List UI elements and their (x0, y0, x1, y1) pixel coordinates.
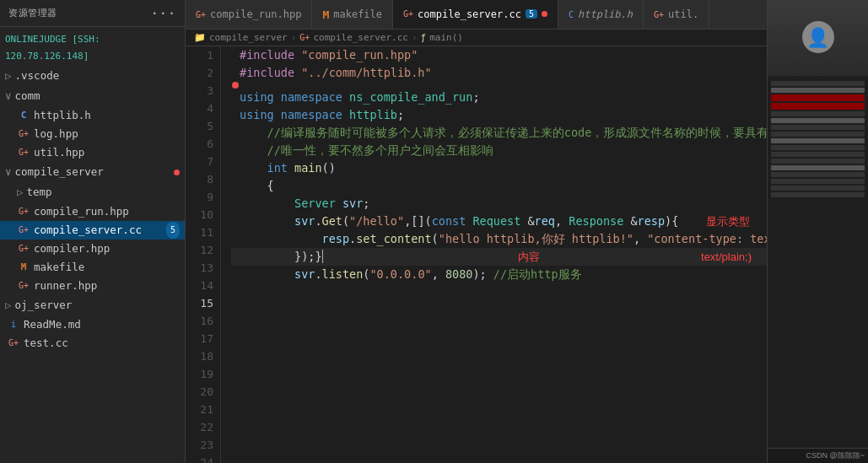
line-num-4: 4 (192, 100, 213, 117)
line-num-5: 5 (192, 117, 213, 135)
preview-line-5 (771, 111, 865, 116)
breadcrumb-sep-1: › (291, 32, 297, 43)
tab-util[interactable]: G+ util. (644, 0, 709, 29)
line-num-14: 14 (192, 277, 213, 294)
chevron-down-icon-2: ∨ (5, 164, 12, 180)
sidebar-remote-label[interactable]: ONLINEJUDGE [SSH: 120.78.126.148] (0, 30, 185, 66)
sidebar-item-test-cc[interactable]: G+ test.cc (0, 334, 185, 353)
cpp-file-icon-log: G+ (17, 126, 30, 143)
sidebar-item-temp[interactable]: ▷ temp (0, 182, 185, 202)
code-line-10: { (231, 177, 767, 195)
breakpoint-3 (232, 82, 239, 89)
code-line-7: //编译服务随时可能被多个人请求，必须保证传递上来的code，形成源文件名称的时… (231, 124, 767, 142)
code-editor[interactable]: #include "compile_run.hpp" #include "../… (221, 46, 767, 463)
line-num-18: 18 (192, 347, 213, 365)
sidebar-item-compile-server[interactable]: ∨ compile_server (0, 162, 185, 182)
preview-line-13 (771, 165, 865, 170)
editor-body[interactable]: 1 2 3 4 5 6 7 8 9 10 11 12 13 14 15 16 1… (186, 46, 767, 463)
preview-line-3 (771, 94, 865, 101)
sidebar-remote-text: ONLINEJUDGE [SSH: 120.78.126.148] (5, 31, 185, 65)
tab-icon-cs: G+ (403, 9, 413, 19)
sidebar-item-comm[interactable]: ∨ comm (0, 86, 185, 106)
sidebar-item-makefile[interactable]: M makefile (0, 258, 185, 277)
chevron-right-icon: ▷ (5, 67, 12, 84)
right-panel: 👤 CSDN @陈陈陈~ (767, 0, 868, 463)
c-file-icon: C (17, 107, 30, 124)
tab-label-util: util. (668, 8, 698, 20)
line-num-9: 9 (192, 188, 213, 206)
sidebar-menu-icon[interactable]: ··· (150, 5, 176, 21)
annotation-content: 内容 (518, 248, 540, 266)
preview-line-4 (771, 103, 865, 110)
line-num-21: 21 (192, 401, 213, 418)
tab-compile-run-hpp[interactable]: G+ compile_run.hpp (186, 0, 312, 29)
line-num-1: 1 (192, 46, 213, 64)
preview-line-7 (771, 125, 865, 130)
sidebar-item-compile-run[interactable]: G+ compile_run.hpp (0, 202, 185, 221)
compile-server-modified-dot (174, 170, 180, 175)
breadcrumb-part-2: compile_server.cc (313, 32, 408, 43)
code-line-2: #include "../comm/httplib.h" (231, 64, 767, 82)
sidebar-item-compile-server-cc[interactable]: G+ compile_server.cc 5 (0, 221, 185, 240)
breadcrumb-part-3: main() (429, 32, 463, 43)
preview-line-17 (771, 192, 865, 197)
preview-line-15 (771, 179, 865, 184)
sidebar-item-util-label: util.hpp (34, 144, 84, 161)
main-editor: G+ compile_run.hpp M makefile G+ compile… (186, 0, 767, 463)
line-num-7: 7 (192, 153, 213, 170)
sidebar-item-runner-label: runner.hpp (34, 277, 97, 294)
sidebar-item-temp-label: temp (27, 184, 52, 201)
tab-compile-server-cc[interactable]: G+ compile_server.cc 5 (393, 0, 558, 29)
code-line-11: Server svr; (231, 195, 767, 213)
compile-server-cc-badge: 5 (166, 222, 180, 239)
annotation-text-plain: text/plain;) (701, 248, 752, 266)
cpp-file-icon-test: G+ (7, 335, 20, 352)
tab-makefile[interactable]: M makefile (312, 0, 393, 29)
line-num-3: 3 (192, 82, 213, 100)
line-num-10: 10 (192, 206, 213, 223)
tab-httplib-h[interactable]: C httplib.h (558, 0, 644, 29)
line-num-20: 20 (192, 383, 213, 401)
cpp-file-icon-util: G+ (17, 144, 30, 161)
tab-icon-httplib: C (569, 10, 574, 19)
tab-badge-cs: 5 (526, 9, 537, 19)
preview-line-8 (771, 132, 865, 137)
breadcrumb-sep-2: › (412, 32, 418, 43)
sidebar-title-text: 资源管理器 (8, 7, 57, 19)
chevron-right-icon-oj: ▷ (5, 297, 12, 314)
cpp-file-icon-cs: G+ (17, 222, 30, 239)
line-num-12: 12 (192, 241, 213, 259)
breadcrumb-part-1: compile_server (209, 32, 288, 43)
sidebar-item-vscode[interactable]: ▷ .vscode (0, 66, 185, 86)
sidebar-item-oj-server[interactable]: ▷ oj_server (0, 295, 185, 315)
line-num-16: 16 (192, 312, 213, 330)
code-line-15: });} 内容 text/plain;) (231, 248, 767, 266)
chevron-down-icon: ∨ (5, 88, 12, 105)
sidebar-item-log[interactable]: G+ log.hpp (0, 125, 185, 143)
tab-label-httplib: httplib.h (578, 8, 633, 20)
sidebar-item-compile-server-cc-label: compile_server.cc (34, 222, 142, 239)
breadcrumb-file-icon: G+ (299, 33, 310, 42)
preview-line-10 (771, 145, 865, 150)
code-line-1: #include "compile_run.hpp" (231, 46, 767, 64)
line-num-13: 13 (192, 259, 213, 277)
tab-modified-dot-cs (542, 11, 547, 17)
tab-icon-cr: G+ (196, 10, 206, 19)
sidebar: 资源管理器 ··· ONLINEJUDGE [SSH: 120.78.126.1… (0, 0, 186, 463)
sidebar-item-compiler-label: compiler.hpp (34, 240, 110, 257)
sidebar-item-log-label: log.hpp (34, 126, 78, 143)
code-line-13: svr.Get("/hello",[](const Request &req, … (231, 213, 767, 230)
md-file-icon: i (7, 316, 20, 333)
sidebar-item-readme[interactable]: i ReadMe.md (0, 315, 185, 334)
sidebar-item-httplib[interactable]: C httplib.h (0, 106, 185, 125)
sidebar-item-util[interactable]: G+ util.hpp (0, 143, 185, 162)
preview-line-2 (771, 88, 865, 93)
preview-line-9 (771, 138, 865, 143)
sidebar-item-compiler[interactable]: G+ compiler.hpp (0, 240, 185, 258)
code-line-4: using namespace ns_compile_and_run; (231, 89, 767, 106)
breadcrumb: 📁 compile_server › G+ compile_server.cc … (186, 30, 767, 46)
makefile-icon: M (17, 259, 30, 276)
cpp-file-icon-cr: G+ (17, 203, 30, 220)
sidebar-item-runner[interactable]: G+ runner.hpp (0, 277, 185, 295)
sidebar-item-makefile-label: makefile (34, 259, 84, 276)
